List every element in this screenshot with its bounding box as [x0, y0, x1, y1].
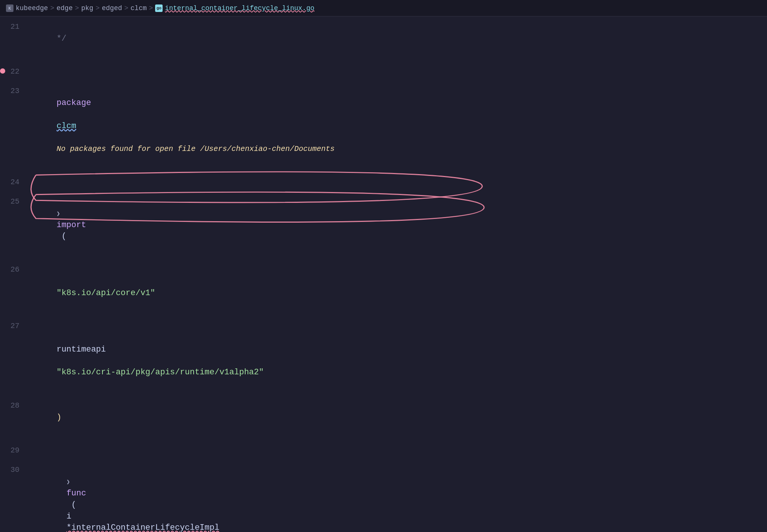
- line-num-24: 24: [0, 172, 27, 188]
- line-num-21: 21: [0, 16, 27, 32]
- line-num-25: 25: [0, 191, 27, 207]
- code-line-28: 28 ): [0, 395, 767, 440]
- line-num-23: 23: [0, 81, 27, 96]
- token-receiver: i: [67, 512, 76, 521]
- code-line-29: 29: [0, 440, 767, 460]
- breadcrumb-filename: internal_container_lifecycle_linux.go: [165, 4, 314, 12]
- line-content-30a: ❯ func ( i *internalContainerLifecycleIm…: [27, 460, 767, 532]
- breadcrumb-edged: edged: [102, 4, 122, 12]
- breadcrumb-sep-5: >: [149, 4, 153, 12]
- code-line-23: 23 package clcm No packages found for op…: [0, 81, 767, 172]
- token-space2: [56, 133, 76, 142]
- line-content-22: [27, 61, 767, 72]
- line-content-27: runtimeapi "k8s.io/cri-api/pkg/apis/runt…: [27, 316, 767, 395]
- token-space: (: [67, 500, 76, 510]
- line-content-24: [27, 172, 767, 182]
- error-message: No packages found for open file /Users/c…: [56, 145, 335, 153]
- token-indent: [56, 333, 76, 343]
- token-func: func: [67, 489, 86, 498]
- fold-arrow-30[interactable]: ❯: [67, 478, 74, 486]
- token-package-name: clcm: [56, 121, 76, 131]
- line-num-28: 28: [0, 395, 27, 411]
- go-icon: go: [155, 4, 163, 12]
- svg-text:K: K: [9, 6, 11, 11]
- breadcrumb-edge: edge: [56, 4, 73, 12]
- breadcrumb-sep-3: >: [96, 4, 100, 12]
- code-line-21: 21 */: [0, 16, 767, 61]
- code-line-25: 25 ❯ import (: [0, 191, 767, 259]
- line-content-25: ❯ import (: [27, 191, 767, 259]
- line-content-23: package clcm No packages found for open …: [27, 81, 767, 172]
- fold-arrow-25[interactable]: ❯: [56, 210, 64, 218]
- code-line-26: 26 "k8s.io/api/core/v1": [0, 259, 767, 316]
- token-comment: */: [56, 34, 66, 43]
- token-close-paren: ): [56, 413, 61, 422]
- line-num-27: 27: [0, 316, 27, 331]
- token-import-v1: "k8s.io/api/core/v1": [56, 288, 155, 298]
- breadcrumb-clcm: clcm: [130, 4, 147, 12]
- code-line-22: 22: [0, 61, 767, 81]
- token-import: import: [56, 220, 86, 230]
- breadcrumb-sep-2: >: [75, 4, 79, 12]
- kubeedge-icon: K: [6, 4, 13, 12]
- token-space: [56, 356, 61, 366]
- token-indent: [56, 277, 76, 286]
- error-dot: [0, 68, 5, 74]
- breadcrumb-sep-1: >: [50, 4, 54, 12]
- line-content-26: "k8s.io/api/core/v1": [27, 259, 767, 316]
- code-line-27: 27 runtimeapi "k8s.io/cri-api/pkg/apis/r…: [0, 316, 767, 395]
- token-receiver-type: *internalContainerLifecycleImpl: [67, 523, 219, 532]
- code-line-30: 30 ❯ func ( i *internalContainerLifecycl…: [0, 460, 767, 532]
- line-num-29: 29: [0, 440, 27, 456]
- title-bar: K kubeedge > edge > pkg > edged > clcm >…: [0, 0, 767, 16]
- token-paren-open: (: [56, 232, 66, 241]
- token-import-runtime: "k8s.io/cri-api/pkg/apis/runtime/v1alpha…: [56, 368, 264, 377]
- line-num-30: 30: [0, 460, 27, 532]
- breadcrumb-pkg: pkg: [81, 4, 93, 12]
- line-num-26: 26: [0, 259, 27, 275]
- code-line-24: 24: [0, 172, 767, 191]
- breadcrumb-sep-4: >: [124, 4, 129, 12]
- breadcrumb-kubeedge: kubeedge: [16, 4, 48, 12]
- line-content-28: ): [27, 395, 767, 440]
- token-package-kw: package: [56, 98, 91, 108]
- editor: 21 */ 22 23 package clcm No packages fou…: [0, 16, 767, 532]
- line-content-29: [27, 440, 767, 451]
- token-space: [56, 110, 61, 119]
- token-runtime-alias: runtimeapi: [56, 345, 106, 354]
- breadcrumb: K kubeedge > edge > pkg > edged > clcm >…: [6, 4, 314, 12]
- line-content-21: */: [27, 16, 767, 61]
